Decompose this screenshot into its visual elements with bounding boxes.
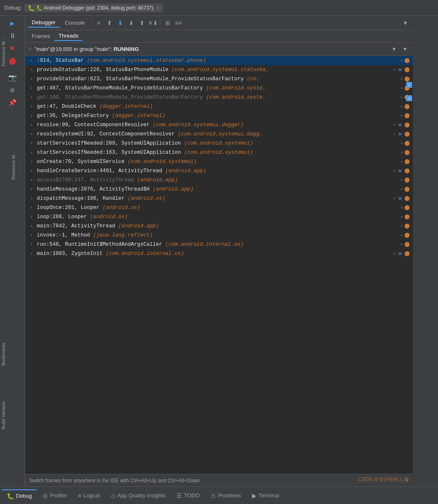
bottom-tab-terminal[interactable]: ▶Terminal [247,490,284,501]
frame-item-15[interactable]: ›dispatchMessage:106, Handler (android.o… [25,194,413,203]
frame-right-19: › [400,233,410,238]
checkbox-2[interactable]: ✓ [406,95,412,101]
bottom-tab-logcat[interactable]: ≡Logcat [73,490,105,501]
bottom-tab-problems[interactable]: ⚠Problems [206,490,246,501]
bookmarks-vertical[interactable]: Bookmarks [1,343,6,366]
step-into-my-btn[interactable]: ⬇ [126,18,136,28]
frame-text-2: provideStatusBar:623, StatusBarPhoneModu… [37,76,260,82]
frame-arrow-3: › [30,86,35,91]
frame-item-7[interactable]: ›resolve:99, ContextComponentResolver (c… [25,120,413,130]
evaluate-btn[interactable]: ⊞ [163,18,173,28]
debug-panel: Debugger Console ≡ ⬆ ⬇ ⬇ ⬆ ✕⬇ ⊞ ≡≡ ▼ Fra… [25,16,413,486]
panel-controls: ▼ [400,18,410,28]
frame-dot-17 [405,214,410,219]
frame-item-16[interactable]: ›loopOnce:201, Looper (android.os)› [25,203,413,212]
frame-arrow-2: › [30,76,35,81]
frame-item-10[interactable]: ›startServicesIfNeeded:163, SystemUIAppl… [25,148,413,157]
resource-monitor-vertical[interactable]: Resource M... [1,38,6,66]
frame-item-20[interactable]: ›run:548, RuntimeInit$MethodAndArgsCalle… [25,240,413,249]
frame-item-5[interactable]: ›get:47, DoubleCheck (dagger.internal)› [25,102,413,111]
frame-text-10: startServicesIfNeeded:163, SystemUIAppli… [37,150,253,155]
bottom-tab-todo[interactable]: ☰TODO [171,490,204,501]
frame-dot-16 [405,205,410,210]
bottom-tabbar: 🐛Debug◎Profiler≡Logcat◇App Quality Insig… [0,486,438,504]
bottom-tab-debug[interactable]: 🐛Debug [2,489,37,502]
frame-item-0[interactable]: ›:814, StatusBar (com.android.systemui.s… [25,56,413,65]
logcat-icon: ≡ [78,492,81,499]
frame-item-3[interactable]: ›get:467, StatusBarPhoneModule_ProvideSt… [25,84,413,93]
frame-text-19: invoke:-1, Method (java.lang.reflect) [37,232,153,238]
frame-item-4[interactable]: ›get:100, StatusBarPhoneModule_ProvideSt… [25,93,413,102]
frame-item-12[interactable]: ›handleCreateService:4491, ActivityThrea… [25,166,413,176]
frame-right-12: ›w [392,168,410,174]
bug-icon: 🐛 [28,5,35,11]
frame-text-6: get:36, DelegateFactory (dagger.internal… [37,113,166,119]
debug-session[interactable]: 🐛 🐛 Android Debugger (pid: 2304, debug p… [24,4,163,12]
frame-item-6[interactable]: ›get:36, DelegateFactory (dagger.interna… [25,111,413,120]
frame-item-9[interactable]: ›startServicesIfNeeded:209, SystemUIAppl… [25,139,413,148]
frame-arrow-14: › [30,187,35,192]
more-btn[interactable]: ≡≡ [173,18,183,28]
frame-text-16: loopOnce:201, Looper (android.os) [37,205,140,211]
frame-dot-2 [405,76,410,81]
pause-sidebar-icon[interactable]: ⏸ [6,30,19,42]
frame-item-14[interactable]: ›handleMessage:2076, ActivityThread$H (a… [25,185,413,194]
resume-sidebar-icon[interactable]: ▶ [6,18,19,29]
session-close-btn[interactable]: × [157,5,160,11]
expand-threads-btn[interactable]: ▼ [400,45,410,54]
camera-sidebar-icon[interactable]: 📷 [6,72,19,84]
debug-label: Debug: [4,5,22,11]
console-tab[interactable]: Console [61,18,89,27]
stop-sidebar-icon[interactable]: ■ [6,43,19,54]
run-to-cursor-btn[interactable]: ✕⬇ [148,18,158,28]
resource-monitor-label[interactable]: Resource M... [11,151,16,180]
frame-item-21[interactable]: ›main:1003, ZygoteInit (com.android.inte… [25,249,413,258]
frame-item-18[interactable]: ›main:7842, ActivityThread (android.app)… [25,221,413,231]
frame-item-8[interactable]: ›resolveSystemUI:92, ContextComponentRes… [25,130,413,139]
toolbar-menu-btn[interactable]: ≡ [94,18,104,28]
title-bar: Debug: 🐛 🐛 Android Debugger (pid: 2304, … [0,0,438,16]
profiler-label: Profiler [50,492,67,499]
frame-expand-17: › [400,214,403,219]
step-out-btn[interactable]: ⬆ [137,18,147,28]
frame-item-13[interactable]: ›access$1700:247, ActivityThread (androi… [25,176,413,185]
frame-item-17[interactable]: ›loop:288, Looper (android.os)› [25,212,413,221]
threads-tab[interactable]: Threads [54,31,83,41]
frames-list[interactable]: ›:814, StatusBar (com.android.systemui.s… [25,56,413,474]
checkbox-1[interactable]: ✓ [406,82,412,88]
session-title: 🐛 Android Debugger (pid: 2304, debug por… [36,5,153,11]
frame-expand-1: › [392,67,395,72]
frame-expand-6: › [400,113,403,118]
build-variants-vertical[interactable]: Build Variants [1,401,6,429]
frame-letter-7: w [397,122,403,128]
frame-item-11[interactable]: ›onCreate:70, SystemUIService (com.andro… [25,157,413,166]
step-into-btn[interactable]: ⬇ [115,18,125,28]
panel-settings-btn[interactable]: ▼ [400,18,410,28]
frame-right-9: › [400,141,410,146]
frame-expand-8: › [392,132,395,137]
frame-dot-9 [405,141,410,146]
frame-text-9: startServicesIfNeeded:209, SystemUIAppli… [37,140,253,146]
step-over-btn[interactable]: ⬆ [104,18,115,28]
frame-arrow-7: › [30,122,35,127]
frame-dot-1 [405,67,410,72]
pin-sidebar-icon[interactable]: 📌 [6,97,19,109]
frame-expand-2: › [400,76,403,81]
frame-letter-12: w [397,168,403,174]
filter-btn[interactable]: ▼ [390,45,399,54]
debugger-tab[interactable]: Debugger [28,18,60,28]
record-sidebar-icon[interactable]: ⬤ [6,55,19,67]
bottom-tab-app-quality-insights[interactable]: ◇App Quality Insights [106,490,171,501]
frame-arrow-9: › [30,141,35,146]
frame-right-15: ›w [392,196,410,201]
frame-item-1[interactable]: ›provideStatusBar:226, StatusBarPhoneMod… [25,65,413,74]
frames-tab[interactable]: Frames [28,32,54,41]
debug-icon: 🐛 [7,493,14,499]
frame-item-2[interactable]: ›provideStatusBar:623, StatusBarPhoneMod… [25,74,413,84]
cb-row-2: ✓ [406,95,412,101]
bottom-tab-profiler[interactable]: ◎Profiler [38,490,72,501]
settings-sidebar-icon[interactable]: ⚙ [6,84,19,96]
frame-item-19[interactable]: ›invoke:-1, Method (java.lang.reflect)› [25,231,413,240]
frame-dot-15 [405,196,410,201]
frame-expand-15: › [392,196,395,201]
